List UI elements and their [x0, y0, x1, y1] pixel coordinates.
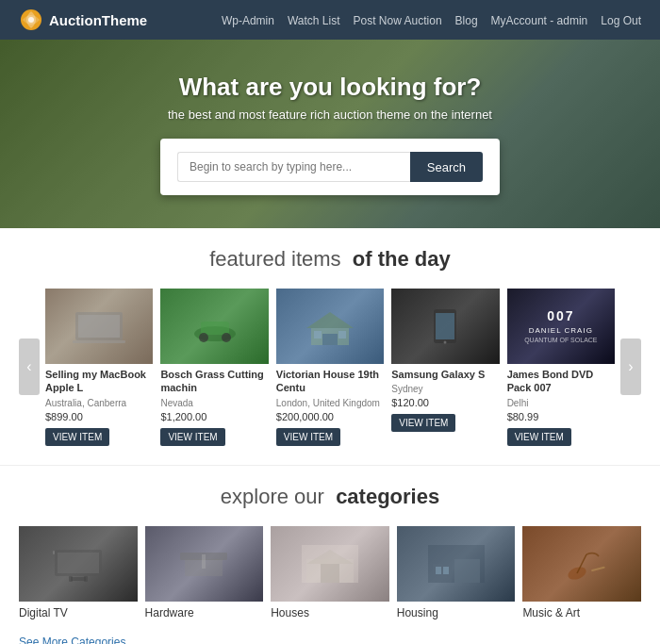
category-card-housing[interactable]: Housing	[397, 526, 516, 619]
item-name: James Bond DVD Pack 007	[507, 368, 615, 395]
categories-grid: Digital TV Hardware Houses Housing Music	[19, 526, 641, 619]
items-carousel: ‹ Selling my MacBook Apple L Australia, …	[19, 289, 641, 446]
svg-rect-15	[436, 313, 454, 339]
item-price: $1,200.00	[160, 411, 268, 422]
item-image-house	[276, 289, 384, 364]
item-card: Selling my MacBook Apple L Australia, Ca…	[45, 289, 153, 446]
nav-post-auction[interactable]: Post Now Auction	[354, 14, 442, 27]
view-item-button[interactable]: VIEW ITEM	[45, 428, 109, 446]
category-card-tv[interactable]: Digital TV	[19, 526, 138, 619]
logo-icon	[19, 8, 43, 32]
svg-rect-11	[322, 334, 338, 345]
item-card: Bosch Grass Cutting machin Nevada $1,200…	[160, 289, 268, 446]
svg-rect-3	[78, 315, 120, 338]
category-name: Housing	[397, 606, 516, 619]
svg-point-16	[444, 341, 447, 344]
search-container: Search	[160, 139, 500, 195]
hero-section: What are you looking for? the best and m…	[0, 40, 660, 228]
nav-watchlist[interactable]: Watch List	[288, 14, 340, 27]
category-card-music[interactable]: Music & Art	[522, 526, 641, 619]
search-button[interactable]: Search	[410, 152, 483, 182]
hero-subtitle: the best and most feature rich auction t…	[160, 107, 500, 122]
category-image-hardware	[145, 526, 264, 602]
nav-myaccount[interactable]: MyAccount - admin	[491, 14, 588, 27]
view-item-button[interactable]: VIEW ITEM	[507, 428, 571, 446]
item-card: Samsung Galaxy S Sydney $120.00 VIEW ITE…	[391, 289, 499, 446]
nav-blog[interactable]: Blog	[455, 14, 478, 27]
svg-rect-33	[436, 567, 441, 574]
category-image-houses	[271, 526, 389, 602]
category-image-music	[522, 526, 641, 602]
svg-rect-21	[84, 576, 88, 582]
item-image-samsung	[391, 289, 499, 364]
site-logo: AuctionTheme	[19, 8, 222, 32]
svg-rect-25	[202, 554, 206, 569]
featured-section: featured items of the day ‹ Selling my M…	[0, 228, 660, 465]
carousel-prev-button[interactable]: ‹	[19, 339, 40, 395]
hero-title: What are you looking for?	[160, 73, 500, 102]
category-name: Music & Art	[522, 606, 641, 619]
item-price: $80.99	[507, 411, 615, 422]
view-item-button[interactable]: VIEW ITEM	[391, 414, 455, 432]
svg-rect-28	[321, 564, 339, 583]
item-price: $200,000.00	[276, 411, 384, 422]
item-location: Sydney	[391, 383, 499, 395]
category-name: Hardware	[145, 606, 264, 619]
featured-title: featured items of the day	[19, 247, 641, 272]
svg-point-1	[28, 17, 34, 23]
carousel-next-button[interactable]: ›	[620, 339, 641, 395]
item-location: Delhi	[507, 397, 615, 409]
nav-wp-admin[interactable]: Wp-Admin	[222, 14, 274, 27]
logo-text: AuctionTheme	[49, 12, 147, 28]
svg-rect-13	[338, 331, 346, 339]
search-input[interactable]	[177, 152, 410, 182]
categories-title: explore our categories	[19, 485, 641, 509]
item-card: 007 DANIEL CRAIG QUANTUM OF SOLACE James…	[507, 289, 615, 446]
item-location: London, United Kingdom	[276, 397, 384, 409]
svg-rect-22	[53, 551, 55, 554]
item-name: Selling my MacBook Apple L	[45, 368, 153, 395]
item-price: $120.00	[391, 397, 499, 408]
item-location: Nevada	[160, 397, 268, 409]
item-location: Australia, Canberra	[45, 397, 153, 409]
item-name: Samsung Galaxy S	[391, 368, 499, 381]
see-more-categories-link[interactable]: See More Categories	[19, 636, 125, 644]
category-name: Houses	[271, 606, 389, 619]
category-image-housing	[397, 526, 516, 602]
svg-point-7	[199, 333, 208, 342]
svg-marker-9	[306, 312, 354, 328]
svg-rect-37	[591, 566, 605, 571]
svg-point-8	[222, 333, 231, 342]
svg-rect-32	[454, 559, 480, 583]
nav-logout[interactable]: Log Out	[601, 14, 641, 27]
item-image-bond: 007 DANIEL CRAIG QUANTUM OF SOLACE	[507, 289, 615, 364]
item-image-macbook	[45, 289, 153, 364]
item-name: Bosch Grass Cutting machin	[160, 368, 268, 395]
view-item-button[interactable]: VIEW ITEM	[276, 428, 340, 446]
category-name: Digital TV	[19, 606, 138, 619]
svg-rect-19	[71, 577, 86, 581]
svg-rect-12	[314, 331, 322, 339]
category-card-houses[interactable]: Houses	[271, 526, 389, 619]
category-card-hardware[interactable]: Hardware	[145, 526, 264, 619]
nav-links: Wp-Admin Watch List Post Now Auction Blo…	[222, 11, 641, 28]
categories-section: explore our categories Digital TV Hardwa…	[0, 465, 660, 644]
category-image-tv	[19, 526, 138, 602]
svg-rect-20	[69, 576, 73, 582]
svg-rect-4	[73, 340, 125, 343]
item-price: $899.00	[45, 411, 153, 422]
item-image-lawnmower	[160, 289, 268, 364]
items-grid: Selling my MacBook Apple L Australia, Ca…	[40, 289, 620, 446]
item-card: Victorian House 19th Centu London, Unite…	[276, 289, 384, 446]
navbar: AuctionTheme Wp-Admin Watch List Post No…	[0, 0, 660, 40]
svg-rect-18	[58, 553, 99, 573]
svg-rect-34	[443, 567, 449, 574]
hero-content: What are you looking for? the best and m…	[160, 73, 500, 195]
svg-rect-6	[201, 322, 229, 335]
item-name: Victorian House 19th Centu	[276, 368, 384, 395]
view-item-button[interactable]: VIEW ITEM	[160, 428, 224, 446]
